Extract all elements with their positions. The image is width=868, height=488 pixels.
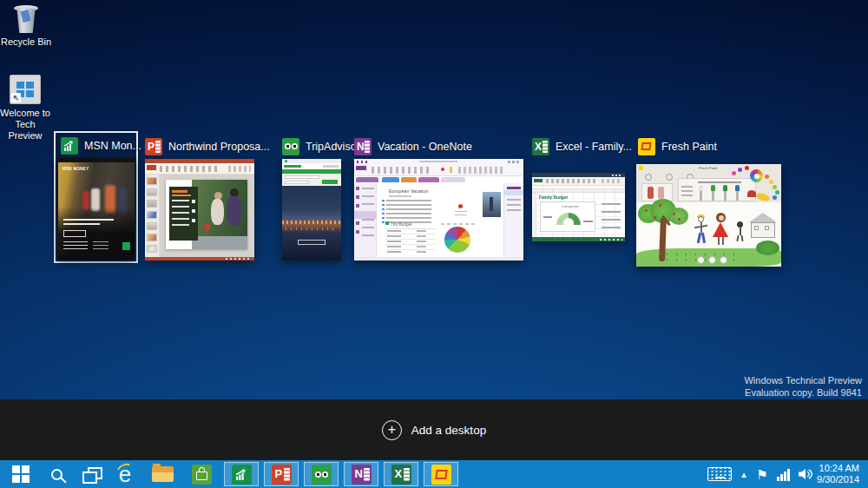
msn-text-overlay [58, 207, 135, 255]
window-title-freshpaint[interactable]: Fresh Paint [638, 137, 717, 156]
msn-money-icon [61, 137, 78, 155]
window-thumbnail-onenote[interactable]: European Vacation Trip Budget [354, 159, 523, 260]
freshpaint-titlebar-text: Fresh Paint [699, 166, 717, 169]
keyboard-icon [707, 467, 732, 481]
excel-chart: Categories [540, 201, 595, 232]
msn-money-icon [232, 465, 252, 485]
onenote-page-list [503, 183, 523, 257]
excel-ribbon [532, 177, 625, 186]
onenote-ribbon [354, 164, 523, 176]
taskbar-powerpoint[interactable]: P [264, 462, 299, 486]
taskbar-msn-money[interactable] [224, 462, 259, 486]
fresh-paint-icon [431, 465, 451, 485]
onenote-icon: N [352, 465, 372, 485]
onenote-page: European Vacation Trip Budget [377, 183, 503, 257]
welcome-shortcut-label: Welcome to Tech Preview [0, 108, 51, 142]
freshpaint-paint-panel [641, 183, 673, 201]
welcome-tech-preview-shortcut[interactable]: ↖ Welcome to Tech Preview [0, 75, 51, 142]
file-explorer-button[interactable] [144, 460, 181, 488]
excel-icon: X [532, 138, 549, 155]
tripadvisor-icon [312, 465, 332, 485]
freshpaint-titlebar-icon [639, 166, 643, 170]
window-title-label: Vacation - OneNote [378, 141, 472, 153]
window-title-msn-money[interactable]: MSN Mon... [61, 136, 141, 155]
window-title-powerpoint[interactable]: P Northwind Proposa... [145, 137, 270, 156]
freshpaint-brush-panel [678, 178, 756, 201]
window-title-label: Excel - Family... [556, 141, 632, 153]
add-desktop-button[interactable]: + Add a desktop [0, 399, 868, 460]
volume-button[interactable] [793, 460, 816, 488]
shortcut-arrow-icon: ↖ [11, 93, 21, 102]
onenote-pie-chart [444, 227, 470, 253]
ppt-ribbon [145, 163, 254, 175]
flag-icon: ⚑ [756, 468, 767, 481]
action-center-button[interactable]: ⚑ [752, 460, 773, 488]
freshpaint-color-wheel [750, 169, 763, 182]
desktop: Recycle Bin ↖ Welcome to Tech Preview MS… [0, 0, 868, 488]
onenote-photo [483, 192, 501, 217]
build-watermark: Windows Technical Preview Evaluation cop… [744, 374, 862, 399]
store-button[interactable] [184, 460, 219, 488]
taskbar-tripadvisor[interactable] [304, 462, 339, 486]
selected-window-msn-money[interactable]: MSN Mon... MSN MONEY [54, 131, 138, 263]
clock-time: 10:24 AM [817, 463, 859, 474]
window-thumbnail-powerpoint[interactable] [145, 159, 254, 260]
excel-sheet: Family Budget Categories [532, 193, 625, 237]
search-icon [51, 469, 62, 480]
onenote-heading: European Vacation [389, 188, 429, 193]
taskbar-clock[interactable]: 10:24 AM 9/30/2014 [817, 460, 865, 488]
powerpoint-icon: P [272, 465, 292, 485]
onenote-notebook-sidebar [354, 183, 377, 257]
fresh-paint-icon [638, 138, 655, 155]
taskbar-onenote[interactable]: N [344, 462, 378, 486]
internet-explorer-button[interactable]: e [108, 460, 142, 488]
trip-header [282, 163, 341, 169]
task-view-button[interactable] [75, 460, 108, 488]
window-title-label: MSN Mon... [84, 140, 141, 152]
onenote-icon: N [354, 138, 372, 155]
ppt-canvas [160, 175, 254, 257]
excel-values-column [602, 200, 621, 233]
clock-date: 9/30/2014 [817, 474, 859, 485]
msn-logo-tile [122, 242, 130, 250]
window-title-excel[interactable]: X Excel - Family... [532, 137, 632, 156]
taskbar-excel[interactable]: X [384, 462, 418, 486]
window-thumbnail-msn-money[interactable]: MSN MONEY [58, 158, 135, 260]
excel-icon: X [391, 465, 411, 485]
window-thumbnail-excel[interactable]: Family Budget Categories [532, 173, 625, 241]
file-explorer-icon [152, 466, 174, 482]
window-title-label: Northwind Proposa... [168, 141, 270, 153]
plus-icon: + [382, 420, 402, 440]
window-thumbnail-tripadvisor[interactable] [282, 159, 341, 260]
excel-heading: Family Budget [539, 195, 568, 200]
excel-chart-title: Categories [562, 204, 579, 208]
onenote-section-tabs [354, 176, 523, 183]
windows-logo-icon [12, 465, 30, 483]
start-button[interactable] [3, 460, 38, 488]
window-thumbnail-freshpaint[interactable]: Fresh Paint [636, 164, 781, 267]
window-title-label: Fresh Paint [661, 141, 717, 153]
taskbar-fresh-paint[interactable] [424, 462, 458, 486]
freshpaint-canvas [636, 202, 781, 267]
window-title-onenote[interactable]: N Vacation - OneNote [354, 137, 472, 156]
recycle-bin-shortcut[interactable]: Recycle Bin [0, 7, 52, 48]
tripadvisor-icon [282, 138, 299, 155]
powerpoint-icon: P [145, 138, 162, 155]
volume-icon [797, 467, 813, 481]
show-hidden-icons-button[interactable]: ▴ [736, 460, 752, 488]
msn-brand-text: MSN MONEY [62, 167, 89, 171]
recycle-bin-label: Recycle Bin [0, 36, 52, 48]
internet-explorer-icon: e [119, 463, 131, 485]
onenote-budget-table [385, 228, 436, 254]
freshpaint-bush [756, 241, 779, 255]
trip-search-area [282, 174, 341, 186]
taskbar: e P N X [0, 460, 868, 488]
add-desktop-label: Add a desktop [411, 424, 486, 437]
onenote-table-title: Trip Budget [391, 222, 412, 227]
task-view-strip: + Add a desktop [0, 399, 868, 460]
recycle-bin-icon [16, 7, 36, 33]
welcome-shortcut-icon: ↖ [10, 75, 41, 104]
network-button[interactable] [773, 460, 793, 488]
search-button[interactable] [40, 460, 73, 488]
touch-keyboard-button[interactable] [703, 460, 736, 488]
